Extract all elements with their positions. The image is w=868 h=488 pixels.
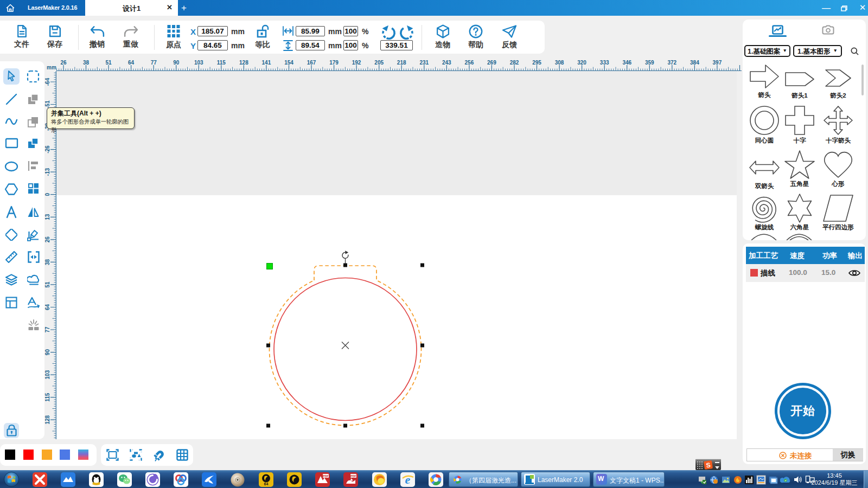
svg-text:e: e [405, 473, 411, 486]
svg-text:PDF: PDF [323, 474, 329, 478]
svg-text:64: 64 [264, 482, 269, 486]
svg-text:PDF: PDF [350, 474, 356, 478]
